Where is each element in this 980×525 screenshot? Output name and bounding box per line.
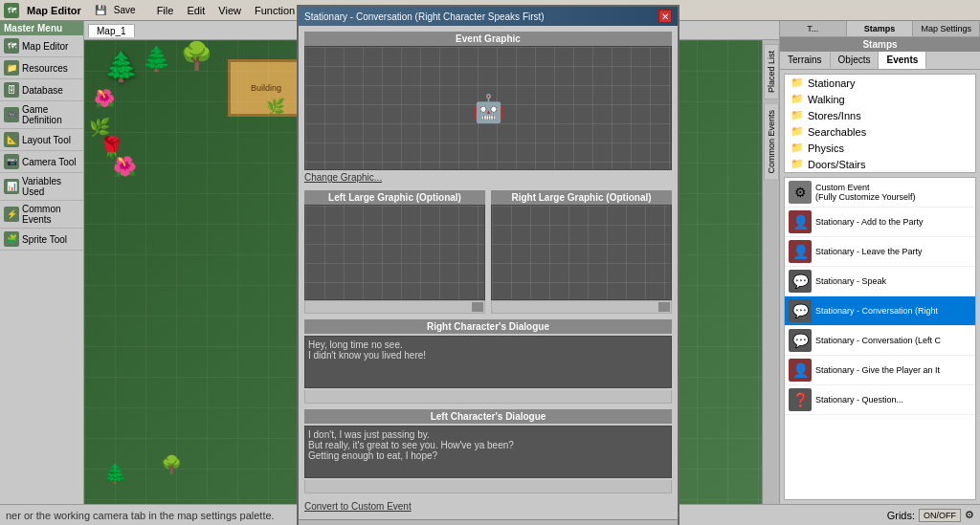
- stamps-tab-terrains[interactable]: Terrains: [780, 52, 831, 69]
- sidebar-label-database: Database: [22, 85, 63, 96]
- left-large-scrollbar[interactable]: [304, 300, 485, 314]
- stamp-item-speak[interactable]: 💬 Stationary - Speak: [785, 267, 975, 296]
- sidebar-item-resources[interactable]: 📁 Resources: [0, 57, 83, 79]
- folder-icon-walking: 📁: [791, 93, 804, 105]
- sidebar-item-layout-tool[interactable]: 📐 Layout Tool: [0, 129, 83, 151]
- rp-tab-tools[interactable]: T...: [780, 21, 847, 36]
- sidebar-item-variables-used[interactable]: 📊 Variables Used: [0, 173, 83, 201]
- vertical-tab-panel: Placed List Common Events: [762, 40, 779, 504]
- camera-tool-icon: 📷: [4, 154, 19, 169]
- sidebar-item-common-events[interactable]: ⚡ Common Events: [0, 201, 83, 229]
- right-dialogue-scrollbar[interactable]: [304, 390, 672, 404]
- stamp-item-question[interactable]: ❓ Stationary - Question...: [785, 385, 975, 415]
- speak-icon: 💬: [789, 270, 812, 293]
- sidebar-label-sprite-tool: Sprite Tool: [22, 234, 67, 245]
- sidebar-item-database[interactable]: 🗄 Database: [0, 79, 83, 101]
- event-graphic-box: 🤖: [304, 46, 672, 170]
- left-dialogue-textarea[interactable]: I don't, I was just passing by. But real…: [304, 426, 672, 478]
- vtab-placed-list[interactable]: Placed List: [764, 44, 779, 99]
- folder-icon-searchables: 📁: [791, 125, 804, 138]
- stamp-label-custom-event: Custom Event(Fully Customize Yourself): [815, 183, 916, 202]
- game-definition-icon: 🎮: [4, 107, 19, 122]
- save-btn[interactable]: 💾: [95, 5, 106, 15]
- event-graphic-grid: 🤖: [305, 47, 671, 169]
- main-area: Master Menu 🗺 Map Editor 📁 Resources 🗄 D…: [0, 21, 980, 504]
- convert-to-custom-event-link[interactable]: Convert to Custom Event: [304, 499, 672, 504]
- common-events-icon: ⚡: [4, 207, 19, 222]
- grids-on-off-button[interactable]: ON/OFF: [919, 509, 961, 522]
- sidebar-label-layout-tool: Layout Tool: [22, 135, 71, 145]
- stamp-item-give-item[interactable]: 👤 Stationary - Give the Player an It: [785, 356, 975, 385]
- add-to-party-icon: 👤: [789, 210, 812, 233]
- folder-icon-physics: 📁: [791, 142, 804, 154]
- left-dialogue-scrollbar[interactable]: [304, 480, 672, 493]
- save-label[interactable]: Save: [114, 5, 136, 15]
- stamp-item-conversation-right[interactable]: 💬 Stationary - Conversation (Right: [785, 296, 975, 326]
- menu-view[interactable]: View: [212, 4, 247, 17]
- left-large-scrollthumb: [472, 302, 483, 312]
- leave-party-icon: 👤: [789, 240, 812, 263]
- stamps-tab-objects[interactable]: Objects: [831, 52, 880, 69]
- menu-file[interactable]: File: [151, 4, 180, 17]
- cat-item-walking[interactable]: 📁 Walking: [785, 91, 975, 107]
- stamp-item-add-to-party[interactable]: 👤 Stationary - Add to the Party: [785, 208, 975, 237]
- map-tree-7: 🌳: [161, 454, 182, 475]
- gear-icon[interactable]: ⚙: [965, 509, 974, 521]
- folder-icon-doors-stairs: 📁: [791, 158, 804, 170]
- dialog-window: Stationary - Conversation (Right Charact…: [297, 21, 679, 504]
- question-icon: ❓: [789, 388, 812, 411]
- dialog-title: Stationary - Conversation (Right Charact…: [304, 21, 545, 22]
- stamps-list: ⚙ Custom Event(Fully Customize Yourself)…: [784, 177, 976, 500]
- grid-label: Grids:: [887, 510, 915, 521]
- stamp-label-leave-party: Stationary - Leave the Party: [815, 247, 923, 256]
- rp-tab-map-settings[interactable]: Map Settings: [913, 21, 980, 36]
- right-large-scrollbar[interactable]: [491, 300, 672, 314]
- vtab-common-events[interactable]: Common Events: [764, 103, 779, 181]
- map-tree-5: 🌿: [89, 117, 110, 138]
- cat-item-stationary[interactable]: 📁 Stationary: [785, 75, 975, 91]
- right-dialogue-textarea[interactable]: Hey, long time no see. I didn't know you…: [304, 336, 672, 388]
- custom-event-icon: ⚙: [789, 181, 812, 204]
- status-controls: Grids: ON/OFF ⚙: [887, 509, 974, 522]
- map-tree-6: 🌲: [103, 462, 127, 485]
- optional-graphics-row: Left Large Graphic (Optional) Right Larg…: [304, 190, 672, 314]
- app-icon: 🗺: [4, 3, 19, 18]
- stamps-tabs: Terrains Objects Events: [780, 52, 980, 70]
- cat-item-doors-stairs[interactable]: 📁 Doors/Stairs: [785, 156, 975, 172]
- right-large-graphic-section: Right Large Graphic (Optional): [491, 190, 672, 314]
- map-flowers-2: 🌺: [113, 155, 137, 178]
- dialog-close-button[interactable]: ✕: [658, 21, 672, 23]
- stamp-item-leave-party[interactable]: 👤 Stationary - Leave the Party: [785, 237, 975, 267]
- sidebar-label-game-definition: Game Definition: [22, 104, 79, 125]
- sidebar-item-camera-tool[interactable]: 📷 Camera Tool: [0, 151, 83, 173]
- map-decor-1: 🌿: [266, 98, 285, 116]
- right-panel-tabs: T... Stamps Map Settings: [780, 21, 980, 37]
- sidebar-title: Master Menu: [0, 21, 83, 35]
- folder-icon-stores-inns: 📁: [791, 109, 804, 121]
- database-icon: 🗄: [4, 82, 19, 98]
- map-tab[interactable]: Map_1: [88, 24, 135, 37]
- left-dialogue-header: Left Character's Dialogue: [304, 409, 672, 424]
- sidebar-item-sprite-tool[interactable]: 🧩 Sprite Tool: [0, 229, 83, 251]
- right-large-box: [491, 205, 672, 300]
- menu-edit[interactable]: Edit: [181, 4, 211, 17]
- menu-function[interactable]: Function: [249, 4, 301, 17]
- stamp-item-conversation-left[interactable]: 💬 Stationary - Conversation (Left C: [785, 326, 975, 356]
- sidebar-item-game-definition[interactable]: 🎮 Game Definition: [0, 101, 83, 129]
- app-title: Map Editor: [27, 5, 81, 16]
- stamps-tab-events[interactable]: Events: [879, 52, 926, 69]
- rp-tab-stamps[interactable]: Stamps: [847, 21, 914, 36]
- conversation-left-icon: 💬: [789, 329, 812, 352]
- cat-item-searchables[interactable]: 📁 Searchables: [785, 123, 975, 140]
- give-item-icon: 👤: [789, 359, 812, 382]
- cat-item-physics[interactable]: 📁 Physics: [785, 140, 975, 156]
- right-dialogue-section: Right Character's Dialogue Hey, long tim…: [304, 319, 672, 404]
- sidebar-item-map-editor[interactable]: 🗺 Map Editor: [0, 35, 83, 57]
- cat-item-stores-inns[interactable]: 📁 Stores/Inns: [785, 107, 975, 123]
- change-graphic-link[interactable]: Change Graphic...: [304, 170, 672, 185]
- layout-tool-icon: 📐: [4, 132, 19, 147]
- stamp-item-custom-event[interactable]: ⚙ Custom Event(Fully Customize Yourself): [785, 178, 975, 208]
- variables-icon: 📊: [4, 179, 19, 194]
- map-tree-1: 🌲: [103, 50, 139, 83]
- stamps-categories: 📁 Stationary 📁 Walking 📁 Stores/Inns 📁 S…: [784, 74, 976, 173]
